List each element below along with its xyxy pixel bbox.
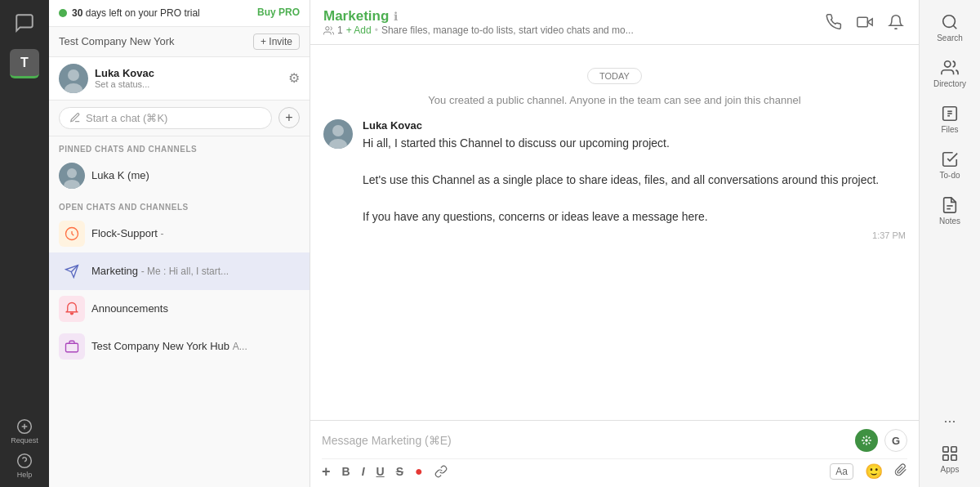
start-chat-input[interactable]: Start a chat (⌘K) xyxy=(59,107,272,129)
pinned-item-me[interactable]: Luka K (me) xyxy=(49,157,310,194)
svg-point-6 xyxy=(68,69,79,81)
channel-item-announcements[interactable]: Announcements xyxy=(49,290,310,328)
right-icon-bar: Search Directory Files To-do Notes ··· A… xyxy=(919,0,980,487)
avatar xyxy=(59,64,88,93)
channel-name: Flock-Support - xyxy=(91,227,164,239)
message-time: 1:37 PM xyxy=(363,230,906,240)
chat-description: Share files, manage to-do lists, start v… xyxy=(381,25,634,36)
sidebar-item-help[interactable]: Help xyxy=(16,453,33,479)
settings-icon[interactable]: ⚙ xyxy=(288,70,300,86)
message-text: Hi all, I started this Channel to discus… xyxy=(363,134,906,226)
pinned-avatar xyxy=(59,163,85,189)
add-attachment-button[interactable]: + xyxy=(322,463,331,480)
files-label: Files xyxy=(941,125,958,134)
svg-rect-31 xyxy=(943,455,948,460)
sidebar: 30 days left on your PRO trial Buy PRO T… xyxy=(49,0,310,487)
help-label: Help xyxy=(17,471,33,479)
buy-pro-button[interactable]: Buy PRO xyxy=(257,7,300,20)
chat-title: Marketing xyxy=(323,8,389,25)
sidebar-item-notes[interactable]: Notes xyxy=(920,190,980,232)
pinned-name: Luka K (me) xyxy=(91,169,149,181)
channel-avatar-hub xyxy=(59,333,85,360)
text-format-button[interactable]: Aa xyxy=(830,463,853,480)
input-icons: G xyxy=(855,429,907,452)
channel-item-marketing[interactable]: Marketing - Me : Hi all, I start... xyxy=(49,252,310,290)
video-call-icon[interactable] xyxy=(855,12,875,32)
user-name: Luka Kovac xyxy=(95,67,282,79)
open-section-label: OPEN CHATS AND CHANNELS xyxy=(49,194,310,215)
channel-item-hub[interactable]: Test Company New York Hub A... xyxy=(49,328,310,365)
italic-button[interactable]: I xyxy=(362,465,365,478)
app-logo-icon[interactable] xyxy=(10,8,39,38)
main-chat-area: Marketing ℹ 1 + Add • Share files, manag… xyxy=(310,0,919,487)
channel-avatar-flock-support xyxy=(59,221,85,247)
attachment-button[interactable] xyxy=(894,463,907,480)
workspace-row: Test Company New York + Invite xyxy=(49,27,310,57)
color-picker-button[interactable]: ● xyxy=(415,464,423,479)
send-icon[interactable] xyxy=(855,429,878,452)
channel-name-marketing: Marketing - Me : Hi all, I start... xyxy=(91,265,229,277)
more-button[interactable]: ··· xyxy=(938,408,960,435)
svg-point-3 xyxy=(18,454,32,468)
todo-icon xyxy=(941,150,959,168)
search-label: Search xyxy=(937,34,963,42)
add-member-btn[interactable]: + Add xyxy=(346,25,372,36)
link-button[interactable] xyxy=(434,465,448,478)
voice-call-icon[interactable] xyxy=(824,12,844,32)
chat-header: Marketing ℹ 1 + Add • Share files, manag… xyxy=(310,0,919,45)
sidebar-item-search[interactable]: Search xyxy=(920,7,980,49)
svg-rect-32 xyxy=(951,455,956,460)
emoji-button[interactable]: 🙂 xyxy=(865,462,883,480)
apps-icon xyxy=(941,445,959,462)
strikethrough-button[interactable]: S xyxy=(396,465,403,478)
apps-label: Apps xyxy=(941,465,960,474)
trial-dot xyxy=(59,9,67,17)
chat-input-top: Message Marketing (⌘E) G xyxy=(322,429,907,452)
underline-button[interactable]: U xyxy=(376,465,385,478)
channel-info-icon[interactable]: ℹ xyxy=(394,10,398,23)
sidebar-item-directory[interactable]: Directory xyxy=(920,52,980,95)
chat-header-actions xyxy=(824,12,906,32)
channel-avatar-announcements xyxy=(59,296,85,322)
user-info: Luka Kovac Set a status... xyxy=(95,67,282,89)
compose-icon xyxy=(69,112,81,123)
workspace-avatar[interactable]: T xyxy=(10,49,39,78)
channel-name-announcements: Announcements xyxy=(91,302,168,315)
bold-button[interactable]: B xyxy=(342,465,350,478)
message-item: Luka Kovac Hi all, I started this Channe… xyxy=(323,119,906,240)
user-row: Luka Kovac Set a status... ⚙ xyxy=(49,57,310,101)
channel-info-marketing: Marketing - Me : Hi all, I start... xyxy=(91,265,229,277)
svg-line-21 xyxy=(953,25,956,29)
directory-label: Directory xyxy=(933,79,966,88)
search-bar: Start a chat (⌘K) + xyxy=(49,101,310,136)
notifications-icon[interactable] xyxy=(886,12,906,32)
left-icon-bar: T Request Help xyxy=(0,0,49,487)
svg-point-22 xyxy=(945,61,951,67)
workspace-name: Test Company New York xyxy=(59,35,175,47)
todo-label: To-do xyxy=(939,171,960,180)
message-input[interactable]: Message Marketing (⌘E) xyxy=(322,429,849,452)
svg-point-19 xyxy=(865,439,868,442)
sidebar-item-todo[interactable]: To-do xyxy=(920,144,980,186)
files-icon xyxy=(941,105,959,123)
grammarly-icon[interactable]: G xyxy=(884,429,907,452)
svg-marker-14 xyxy=(867,19,872,25)
sidebar-item-apps[interactable]: Apps xyxy=(920,438,980,480)
trial-bar: 30 days left on your PRO trial Buy PRO xyxy=(49,0,310,27)
sidebar-item-request[interactable]: Request xyxy=(11,418,38,445)
user-status[interactable]: Set a status... xyxy=(95,79,282,89)
system-message: You created a public channel. Anyone in … xyxy=(323,94,906,106)
channel-item-flock-support[interactable]: Flock-Support - xyxy=(49,215,310,252)
svg-point-17 xyxy=(332,125,344,136)
svg-rect-29 xyxy=(943,447,948,452)
chat-input-area: Message Marketing (⌘E) G + B I U S ● Aa … xyxy=(310,420,919,487)
notes-icon xyxy=(941,196,959,214)
request-label: Request xyxy=(11,436,38,445)
new-channel-button[interactable]: + xyxy=(278,107,300,128)
sidebar-item-files[interactable]: Files xyxy=(920,98,980,141)
invite-button[interactable]: + Invite xyxy=(253,34,300,50)
svg-point-13 xyxy=(326,26,329,29)
channel-info-hub: Test Company New York Hub A... xyxy=(91,340,247,352)
search-icon xyxy=(941,13,959,31)
members-icon xyxy=(323,25,334,36)
